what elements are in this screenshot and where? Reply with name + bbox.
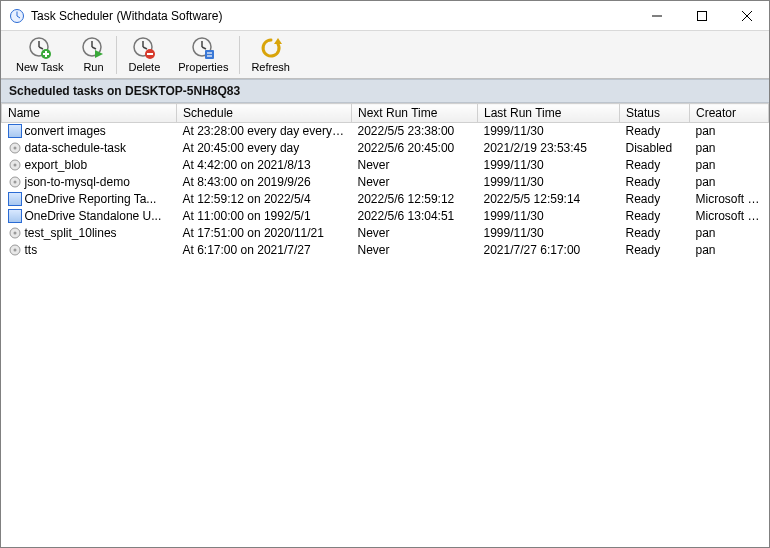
col-status[interactable]: Status <box>620 104 690 123</box>
task-last-run: 1999/11/30 <box>478 208 620 225</box>
task-next-run: Never <box>352 174 478 191</box>
task-name-cell: test_split_10lines <box>8 226 171 240</box>
task-gear-icon <box>8 141 22 155</box>
task-status: Ready <box>620 123 690 140</box>
subheader: Scheduled tasks on DESKTOP-5NH8Q83 <box>1 79 769 103</box>
properties-label: Properties <box>178 61 228 73</box>
toolbar: New Task Run <box>1 31 769 79</box>
task-next-run: 2022/5/5 23:38:00 <box>352 123 478 140</box>
refresh-button[interactable]: Refresh <box>242 33 299 77</box>
task-schedule: At 4:42:00 on 2021/8/13 <box>177 157 352 174</box>
task-gear-icon <box>8 158 22 172</box>
task-schedule: At 12:59:12 on 2022/5/4 <box>177 191 352 208</box>
task-creator: pan <box>690 174 769 191</box>
task-status: Ready <box>620 157 690 174</box>
run-label: Run <box>83 61 103 73</box>
task-name-cell: OneDrive Reporting Ta... <box>8 192 171 206</box>
table-row[interactable]: convert imagesAt 23:28:00 every day ever… <box>2 123 769 140</box>
task-last-run: 1999/11/30 <box>478 157 620 174</box>
titlebar: Task Scheduler (Withdata Software) <box>1 1 769 31</box>
delete-label: Delete <box>128 61 160 73</box>
svg-point-36 <box>13 232 16 235</box>
task-name-cell: json-to-mysql-demo <box>8 175 171 189</box>
task-name-cell: tts <box>8 243 171 257</box>
task-status: Ready <box>620 225 690 242</box>
toolbar-separator <box>116 36 117 74</box>
task-name: json-to-mysql-demo <box>25 175 130 189</box>
task-name-cell: data-schedule-task <box>8 141 171 155</box>
task-creator: pan <box>690 242 769 259</box>
task-schedule: At 20:45:00 every day <box>177 140 352 157</box>
col-name[interactable]: Name <box>2 104 177 123</box>
table-row[interactable]: OneDrive Reporting Ta...At 12:59:12 on 2… <box>2 191 769 208</box>
task-next-run: 2022/5/6 20:45:00 <box>352 140 478 157</box>
svg-marker-28 <box>274 38 282 44</box>
table-header-row: Name Schedule Next Run Time Last Run Tim… <box>2 104 769 123</box>
task-status: Ready <box>620 208 690 225</box>
task-last-run: 1999/11/30 <box>478 174 620 191</box>
clock-properties-icon <box>191 36 215 60</box>
minimize-button[interactable] <box>634 1 679 31</box>
task-table-wrap: Name Schedule Next Run Time Last Run Tim… <box>1 103 769 547</box>
task-next-run: Never <box>352 225 478 242</box>
task-name-cell: export_blob <box>8 158 171 172</box>
task-square-icon <box>8 124 22 138</box>
app-window: Task Scheduler (Withdata Software) <box>0 0 770 548</box>
new-task-label: New Task <box>16 61 63 73</box>
app-icon <box>9 8 25 24</box>
task-square-icon <box>8 192 22 206</box>
task-next-run: Never <box>352 157 478 174</box>
maximize-button[interactable] <box>679 1 724 31</box>
task-last-run: 2022/5/5 12:59:14 <box>478 191 620 208</box>
col-creator[interactable]: Creator <box>690 104 769 123</box>
task-name-cell: OneDrive Standalone U... <box>8 209 171 223</box>
clock-play-icon <box>81 36 105 60</box>
task-gear-icon <box>8 243 22 257</box>
svg-point-38 <box>13 249 16 252</box>
task-name: OneDrive Reporting Ta... <box>25 192 157 206</box>
table-row[interactable]: ttsAt 6:17:00 on 2021/7/27Never2021/7/27… <box>2 242 769 259</box>
col-last[interactable]: Last Run Time <box>478 104 620 123</box>
clock-plus-icon <box>28 36 52 60</box>
col-next[interactable]: Next Run Time <box>352 104 478 123</box>
task-last-run: 2021/7/27 6:17:00 <box>478 242 620 259</box>
table-row[interactable]: json-to-mysql-demoAt 8:43:00 on 2019/9/2… <box>2 174 769 191</box>
task-gear-icon <box>8 226 22 240</box>
task-status: Ready <box>620 174 690 191</box>
task-next-run: 2022/5/6 12:59:12 <box>352 191 478 208</box>
task-name: convert images <box>25 124 106 138</box>
table-row[interactable]: test_split_10linesAt 17:51:00 on 2020/11… <box>2 225 769 242</box>
task-name: data-schedule-task <box>25 141 126 155</box>
task-schedule: At 6:17:00 on 2021/7/27 <box>177 242 352 259</box>
task-schedule: At 17:51:00 on 2020/11/21 <box>177 225 352 242</box>
window-title: Task Scheduler (Withdata Software) <box>31 9 634 23</box>
task-name: test_split_10lines <box>25 226 117 240</box>
refresh-label: Refresh <box>251 61 290 73</box>
close-button[interactable] <box>724 1 769 31</box>
table-row[interactable]: OneDrive Standalone U...At 11:00:00 on 1… <box>2 208 769 225</box>
table-row[interactable]: export_blobAt 4:42:00 on 2021/8/13Never1… <box>2 157 769 174</box>
toolbar-separator <box>239 36 240 74</box>
task-gear-icon <box>8 175 22 189</box>
task-schedule: At 8:43:00 on 2019/9/26 <box>177 174 352 191</box>
svg-point-30 <box>13 147 16 150</box>
task-creator: Microsoft Cor... <box>690 208 769 225</box>
table-row[interactable]: data-schedule-taskAt 20:45:00 every day2… <box>2 140 769 157</box>
properties-button[interactable]: Properties <box>169 33 237 77</box>
task-last-run: 1999/11/30 <box>478 225 620 242</box>
task-name-cell: convert images <box>8 124 171 138</box>
task-creator: pan <box>690 123 769 140</box>
task-status: Disabled <box>620 140 690 157</box>
col-schedule[interactable]: Schedule <box>177 104 352 123</box>
new-task-button[interactable]: New Task <box>7 33 72 77</box>
run-button[interactable]: Run <box>72 33 114 77</box>
task-creator: pan <box>690 157 769 174</box>
task-name: export_blob <box>25 158 88 172</box>
task-schedule: At 23:28:00 every day every 5 minu... <box>177 123 352 140</box>
svg-point-32 <box>13 164 16 167</box>
task-next-run: Never <box>352 242 478 259</box>
task-creator: pan <box>690 225 769 242</box>
task-last-run: 1999/11/30 <box>478 123 620 140</box>
refresh-icon <box>259 36 283 60</box>
delete-button[interactable]: Delete <box>119 33 169 77</box>
